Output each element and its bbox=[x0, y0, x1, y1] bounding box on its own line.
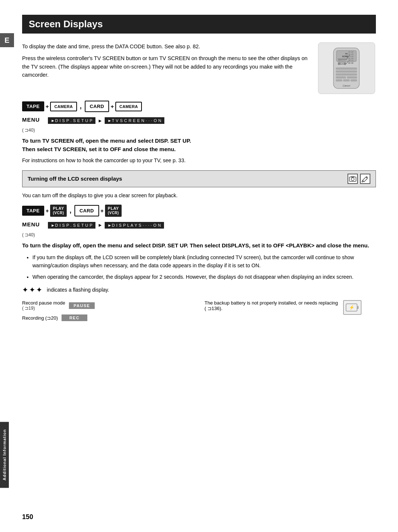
svg-rect-15 bbox=[348, 56, 350, 57]
intro-section: To display the date and time, press the … bbox=[22, 42, 376, 94]
svg-point-33 bbox=[351, 178, 354, 181]
svg-rect-30 bbox=[343, 79, 350, 81]
intro-para1: To display the date and time, press the … bbox=[22, 42, 308, 51]
svg-rect-17 bbox=[348, 58, 350, 59]
main-instruction-1-line1: To turn TV SCREEN off, open the menu and… bbox=[22, 138, 191, 144]
section-header: Screen Displays bbox=[22, 15, 376, 34]
button-row-2: TAPE + PLAY (VCR) , CARD + PLAY (VCR) bbox=[22, 205, 376, 217]
camera-button-1: CAMERA bbox=[50, 102, 77, 111]
button-row-1: TAPE + CAMERA , CARD + CAMERA bbox=[22, 101, 376, 112]
menu-arrow-2: ► bbox=[98, 222, 102, 228]
svg-rect-11 bbox=[348, 51, 350, 53]
svg-text:TV: TV bbox=[345, 53, 348, 55]
svg-rect-31 bbox=[350, 79, 357, 81]
play-vcr-button-2: PLAY (VCR) bbox=[105, 205, 121, 217]
card-button-1: CARD bbox=[85, 101, 109, 112]
subsection-title: Turning off the LCD screen displays bbox=[28, 175, 122, 182]
record-item-2-label: Recording (⊐20) bbox=[22, 315, 58, 321]
main-instruction-1-line2: Then select TV SCREEN, set it to OFF and… bbox=[22, 146, 176, 152]
menu-block-inner-1: MENU ►D I S P . S E T U P ► ►T V S C R E… bbox=[22, 117, 376, 124]
intro-para2: Press the wireless controller's TV SCREE… bbox=[22, 54, 308, 79]
bullet-list: If you turn the displays off, the LCD sc… bbox=[22, 253, 376, 281]
menu-label-1: MENU bbox=[22, 117, 48, 123]
card-button-2: CARD bbox=[74, 205, 99, 216]
menu-block-1: MENU ►D I S P . S E T U P ► ►T V S C R E… bbox=[22, 114, 376, 133]
page-number: 150 bbox=[22, 513, 33, 521]
battery-row: The backup battery is not properly insta… bbox=[205, 300, 376, 315]
battery-text: The backup battery is not properly insta… bbox=[205, 300, 338, 311]
sub-instruction-1: For instructions on how to hook the camc… bbox=[22, 157, 376, 164]
battery-main-text: The backup battery is not properly insta… bbox=[205, 300, 338, 306]
svg-rect-27 bbox=[336, 76, 346, 79]
svg-rect-26 bbox=[336, 73, 357, 76]
svg-rect-24 bbox=[336, 67, 357, 70]
menu-ref-1: ( ⊐40) bbox=[22, 128, 376, 133]
camera-icon bbox=[349, 176, 356, 182]
menu-step-2b: ►D I S P L A Y S · · · · O N bbox=[105, 222, 164, 229]
record-item-2-labels: Recording (⊐20) bbox=[22, 315, 58, 321]
camera-icon-box bbox=[348, 174, 358, 184]
svg-rect-12 bbox=[351, 51, 353, 53]
rec-badge: REC bbox=[62, 314, 87, 321]
bullet-item-1: If you turn the displays off, the LCD sc… bbox=[32, 253, 376, 270]
remote-image: TV SCREEN TV SCREEN DATA CODE bbox=[317, 42, 376, 94]
tape-button-1: TAPE bbox=[22, 101, 44, 111]
subsection-intro: You can turn off the displays to give yo… bbox=[22, 192, 376, 199]
additional-info-label: Additional Information bbox=[0, 422, 9, 488]
subsection-icons bbox=[348, 174, 370, 184]
svg-text:Canon: Canon bbox=[343, 84, 350, 87]
comma-2: , bbox=[70, 207, 71, 215]
play-vcr-2-top: PLAY bbox=[108, 206, 119, 211]
battery-section: The backup battery is not properly insta… bbox=[205, 300, 376, 315]
main-instruction-2: To turn the display off, open the menu a… bbox=[22, 241, 376, 250]
tape-button-2: TAPE bbox=[22, 206, 44, 216]
svg-rect-18 bbox=[351, 58, 353, 59]
svg-rect-29 bbox=[336, 79, 342, 81]
svg-text:⚡: ⚡ bbox=[349, 305, 355, 310]
play-vcr-1-top: PLAY bbox=[53, 206, 64, 211]
menu-steps-2: ►D I S P . S E T U P ► ►D I S P L A Y S … bbox=[48, 222, 164, 229]
menu-block-2: MENU ►D I S P . S E T U P ► ►D I S P L A… bbox=[22, 218, 376, 237]
record-item-1: Record pause mode ( ⊐19) PAUSE bbox=[22, 300, 193, 311]
record-item-2: Recording (⊐20) REC bbox=[22, 314, 193, 321]
play-vcr-button-1: PLAY (VCR) bbox=[50, 205, 66, 217]
plus-sign-3: + bbox=[46, 208, 49, 214]
battery-icon: ⚡ bbox=[343, 300, 362, 315]
record-items: Record pause mode ( ⊐19) PAUSE Recording… bbox=[22, 300, 193, 321]
page: Additional Information E 150 Screen Disp… bbox=[0, 0, 398, 532]
menu-arrow-1: ► bbox=[98, 118, 102, 124]
menu-ref-2: ( ⊐40) bbox=[22, 232, 376, 237]
svg-rect-21 bbox=[348, 62, 350, 64]
menu-step-1a: ►D I S P . S E T U P bbox=[48, 117, 95, 124]
camera-button-2: CAMERA bbox=[115, 102, 142, 111]
svg-rect-13 bbox=[348, 53, 350, 55]
flash-indicator-row: ✦✦✦ indicates a flashing display. bbox=[22, 285, 376, 294]
svg-rect-25 bbox=[336, 70, 357, 73]
svg-text:TV SCREEN: TV SCREEN bbox=[338, 59, 346, 61]
subsection-header: Turning off the LCD screen displays bbox=[22, 170, 376, 187]
play-vcr-2-bottom: (VCR) bbox=[108, 211, 119, 215]
additional-info-sidebar: Additional Information bbox=[0, 422, 9, 488]
play-vcr-1-bottom: (VCR) bbox=[53, 211, 64, 215]
menu-step-1b: ►T V S C R E E N · · · O N bbox=[105, 117, 164, 124]
intro-text: To display the date and time, press the … bbox=[22, 42, 308, 94]
flash-text: indicates a flashing display. bbox=[47, 287, 109, 293]
battery-svg: ⚡ bbox=[346, 302, 359, 313]
svg-rect-20 bbox=[351, 60, 353, 62]
svg-rect-38 bbox=[357, 306, 359, 309]
plus-sign-4: + bbox=[101, 208, 104, 214]
section-e-badge: E bbox=[0, 33, 14, 47]
pen-icon bbox=[362, 175, 369, 182]
plus-sign-1: + bbox=[46, 103, 49, 109]
menu-label-2: MENU bbox=[22, 221, 48, 227]
svg-rect-16 bbox=[351, 56, 353, 57]
record-item-1-ref: ( ⊐19) bbox=[22, 306, 65, 311]
record-item-1-labels: Record pause mode ( ⊐19) bbox=[22, 300, 65, 311]
svg-rect-22 bbox=[351, 62, 353, 64]
remote-svg: TV SCREEN TV SCREEN DATA CODE bbox=[322, 46, 370, 90]
menu-step-2a: ►D I S P . S E T U P bbox=[48, 222, 95, 229]
bottom-grid: Record pause mode ( ⊐19) PAUSE Recording… bbox=[22, 300, 376, 321]
menu-steps-1: ►D I S P . S E T U P ► ►T V S C R E E N … bbox=[48, 117, 164, 124]
svg-rect-19 bbox=[348, 60, 350, 62]
pause-badge: PAUSE bbox=[69, 302, 95, 309]
